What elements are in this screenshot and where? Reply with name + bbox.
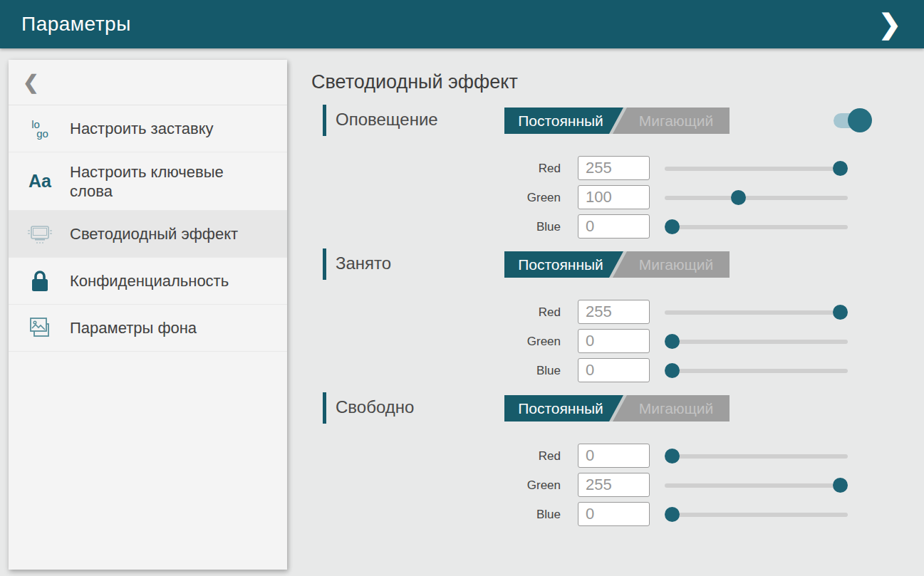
blue-value-input[interactable] xyxy=(578,502,650,526)
red-slider[interactable] xyxy=(665,441,848,471)
sidebar-item-label: Настроить ключевые слова xyxy=(70,162,248,201)
logo-icon: logo xyxy=(23,120,57,138)
blue-label: Blue xyxy=(311,356,561,385)
section-free: Свободно Постоянный Мигающий Red Green xyxy=(311,392,924,534)
slider-track xyxy=(665,340,848,344)
slider-track xyxy=(665,454,848,459)
app-header: Параметры ❯ xyxy=(0,0,924,48)
sidebar-item-keywords[interactable]: Aa Настроить ключевые слова xyxy=(9,152,287,211)
sidebar-item-label: Настроить заставку xyxy=(70,119,214,138)
green-label: Green xyxy=(311,327,561,356)
settings-sidebar: ❮ logo Настроить заставку Aa Настроить к… xyxy=(9,60,287,570)
section-alert: Оповещение Постоянный Мигающий Red Green xyxy=(311,104,924,246)
red-slider[interactable] xyxy=(665,154,848,183)
mode-tabs: Постоянный Мигающий xyxy=(504,108,730,134)
slider-thumb[interactable] xyxy=(665,507,680,522)
red-label: Red xyxy=(311,154,561,183)
red-slider[interactable] xyxy=(665,298,848,327)
keywords-icon: Aa xyxy=(23,171,57,192)
slider-thumb[interactable] xyxy=(833,478,848,493)
toggle-knob xyxy=(848,108,872,132)
tab-solid[interactable]: Постоянный xyxy=(504,108,617,134)
back-chevron-icon: ❮ xyxy=(23,71,39,94)
slider-thumb[interactable] xyxy=(833,305,848,320)
green-value-input[interactable] xyxy=(578,473,650,497)
tab-solid[interactable]: Постоянный xyxy=(504,395,617,421)
section-title: Занято xyxy=(336,253,391,273)
green-label: Green xyxy=(311,183,561,212)
slider-thumb[interactable] xyxy=(665,449,680,464)
mode-tabs: Постоянный Мигающий xyxy=(504,251,730,278)
green-slider[interactable] xyxy=(665,327,848,356)
led-screen-icon xyxy=(23,223,57,246)
blue-label: Blue xyxy=(311,212,561,241)
led-effect-panel: Светодиодный эффект Оповещение Постоянны… xyxy=(311,48,924,576)
blue-value-input[interactable] xyxy=(578,358,650,382)
slider-track xyxy=(665,196,848,200)
slider-thumb[interactable] xyxy=(833,161,848,176)
background-images-icon xyxy=(23,315,57,341)
tab-blinking[interactable]: Мигающий xyxy=(623,395,730,421)
red-value-input[interactable] xyxy=(578,156,650,180)
blue-label: Blue xyxy=(311,500,561,529)
lock-icon xyxy=(23,269,57,293)
tab-solid[interactable]: Постоянный xyxy=(504,251,617,278)
red-label: Red xyxy=(311,298,561,327)
slider-track xyxy=(665,167,848,171)
sidebar-item-label: Светодиодный эффект xyxy=(70,224,238,244)
forward-chevron-icon[interactable]: ❯ xyxy=(868,0,911,48)
red-value-input[interactable] xyxy=(578,300,650,324)
sidebar-item-privacy[interactable]: Конфиденциальность xyxy=(9,258,287,305)
green-value-input[interactable] xyxy=(578,329,650,353)
slider-track xyxy=(665,483,848,488)
green-slider[interactable] xyxy=(665,471,848,500)
green-value-input[interactable] xyxy=(578,185,650,209)
section-title: Свободно xyxy=(336,397,414,417)
accent-bar xyxy=(323,105,326,136)
accent-bar xyxy=(323,248,326,280)
slider-thumb[interactable] xyxy=(665,219,680,234)
red-label: Red xyxy=(311,441,561,471)
accent-bar xyxy=(323,392,326,424)
blue-slider[interactable] xyxy=(665,212,848,241)
slider-thumb[interactable] xyxy=(731,190,746,205)
slider-thumb[interactable] xyxy=(665,363,680,378)
sidebar-item-label: Конфиденциальность xyxy=(70,271,229,290)
sidebar-item-background[interactable]: Параметры фона xyxy=(9,305,287,352)
blue-slider[interactable] xyxy=(665,356,848,385)
section-busy: Занято Постоянный Мигающий Red Green xyxy=(311,248,924,390)
slider-track xyxy=(665,369,848,373)
slider-track xyxy=(665,513,848,517)
section-heading: Светодиодный эффект xyxy=(311,71,518,93)
blue-slider[interactable] xyxy=(665,500,848,529)
green-label: Green xyxy=(311,471,561,500)
tab-blinking[interactable]: Мигающий xyxy=(623,251,730,278)
alert-toggle-switch[interactable] xyxy=(834,108,873,133)
sidebar-item-screensaver[interactable]: logo Настроить заставку xyxy=(9,105,287,152)
slider-track xyxy=(665,310,848,315)
sidebar-item-led-effect[interactable]: Светодиодный эффект xyxy=(9,211,287,258)
slider-thumb[interactable] xyxy=(665,334,680,349)
sidebar-back-button[interactable]: ❮ xyxy=(9,60,287,105)
green-slider[interactable] xyxy=(665,183,848,212)
sidebar-item-label: Параметры фона xyxy=(70,318,197,337)
blue-value-input[interactable] xyxy=(578,214,650,239)
page-title: Параметры xyxy=(21,13,131,36)
mode-tabs: Постоянный Мигающий xyxy=(504,395,730,421)
section-title: Оповещение xyxy=(336,110,438,130)
red-value-input[interactable] xyxy=(578,444,650,468)
slider-track xyxy=(665,225,848,229)
tab-blinking[interactable]: Мигающий xyxy=(623,108,730,134)
